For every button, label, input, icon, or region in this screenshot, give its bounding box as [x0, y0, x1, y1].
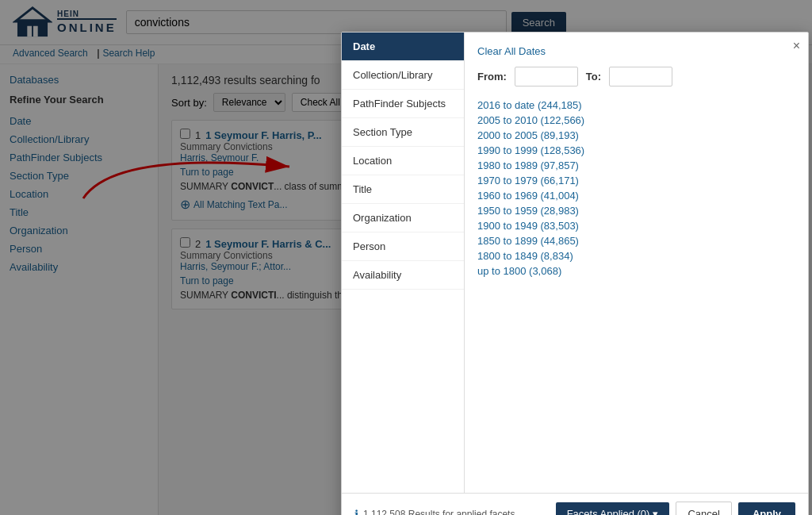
from-input[interactable]: [515, 67, 578, 86]
dialog-menu-item-section-type[interactable]: Section Type: [342, 118, 464, 147]
date-range-link-2[interactable]: 2000 to 2005 (89,193): [477, 128, 795, 143]
date-range-link-10[interactable]: 1800 to 1849 (8,834): [477, 248, 795, 263]
dialog-menu-item-person[interactable]: Person: [342, 233, 464, 261]
facets-applied-label: Facets Applied (0): [567, 508, 650, 515]
date-range-link-8[interactable]: 1900 to 1949 (83,503): [477, 218, 795, 233]
date-range-link-0[interactable]: 2016 to date (244,185): [477, 98, 795, 113]
facets-applied-button[interactable]: Facets Applied (0) ▾: [556, 502, 670, 515]
date-range-link-9[interactable]: 1850 to 1899 (44,865): [477, 233, 795, 248]
dialog-date-content: Clear All Dates From: To: 2016 to date (…: [465, 33, 808, 429]
date-range-link-1[interactable]: 2005 to 2010 (122,566): [477, 113, 795, 128]
info-icon: ℹ: [354, 508, 358, 516]
dialog-menu-item-organization[interactable]: Organization: [342, 204, 464, 233]
date-links: 2016 to date (244,185)2005 to 2010 (122,…: [477, 98, 795, 279]
date-range-link-11[interactable]: up to 1800 (3,068): [477, 263, 795, 279]
footer-buttons: Facets Applied (0) ▾ Cancel Apply: [556, 502, 795, 515]
clear-all-dates-link[interactable]: Clear All Dates: [477, 45, 795, 57]
dialog-menu: Date Collection/Library PathFinder Subje…: [342, 33, 465, 493]
dialog-menu-item-title[interactable]: Title: [342, 175, 464, 204]
date-range-link-6[interactable]: 1960 to 1969 (41,004): [477, 188, 795, 203]
dialog-menu-item-location[interactable]: Location: [342, 147, 464, 175]
filter-dialog: × Date Collection/Library PathFinder Sub…: [341, 32, 809, 515]
date-range-link-5[interactable]: 1970 to 1979 (66,171): [477, 173, 795, 188]
dialog-menu-item-availability[interactable]: Availability: [342, 261, 464, 290]
dialog-menu-item-collection[interactable]: Collection/Library: [342, 61, 464, 90]
chevron-down-icon: ▾: [653, 508, 658, 515]
to-input[interactable]: [609, 67, 672, 86]
date-range-link-4[interactable]: 1980 to 1989 (97,857): [477, 158, 795, 173]
date-range-link-7[interactable]: 1950 to 1959 (28,983): [477, 203, 795, 218]
apply-button[interactable]: Apply: [738, 502, 795, 515]
dialog-menu-item-date[interactable]: Date: [342, 33, 464, 61]
dialog-footer: ℹ 1,112,508 Results for applied facets F…: [342, 493, 808, 515]
dialog-close-button[interactable]: ×: [793, 39, 800, 53]
dialog-menu-item-pathfinder[interactable]: PathFinder Subjects: [342, 90, 464, 118]
from-label: From:: [477, 71, 507, 83]
cancel-button[interactable]: Cancel: [676, 502, 731, 515]
footer-results-text: 1,112,508 Results for applied facets: [363, 509, 515, 516]
footer-info: ℹ 1,112,508 Results for applied facets: [354, 508, 515, 516]
date-range-link-3[interactable]: 1990 to 1999 (128,536): [477, 143, 795, 158]
to-label: To:: [586, 71, 601, 83]
date-range-row: From: To:: [477, 67, 795, 86]
